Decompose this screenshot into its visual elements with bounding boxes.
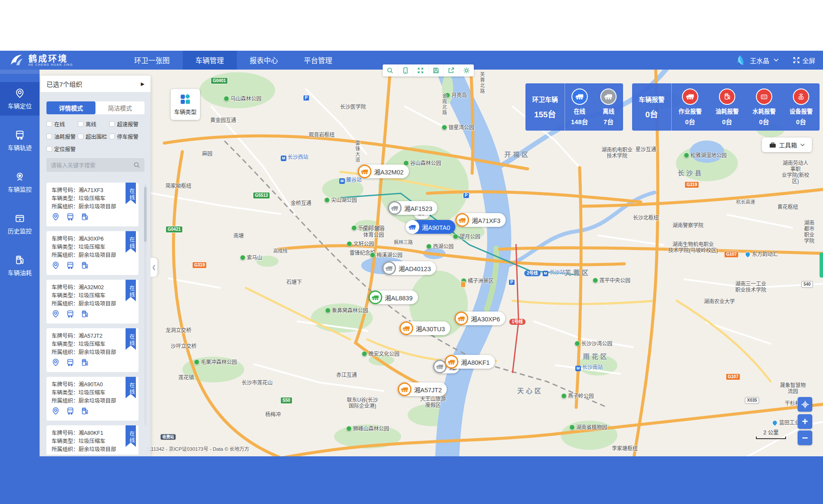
save-icon[interactable] — [429, 64, 444, 76]
expand-icon[interactable] — [413, 64, 429, 76]
fuel-vehicle-icon[interactable] — [81, 310, 89, 318]
vehicle-marker[interactable]: 湘AL8839 — [369, 290, 418, 304]
tab-simple-mode[interactable]: 简洁模式 — [95, 101, 144, 114]
fuel-alarm-stat: 油耗报警 0台 — [709, 83, 746, 131]
vehicle-marker[interactable]: 湘AD40123 — [382, 261, 436, 275]
org-field-label: 所属组织： — [52, 398, 79, 404]
map-place-label: 湖南三一工业 职业技术学院 — [735, 281, 766, 293]
org-expand-icon[interactable]: ▶ — [141, 81, 144, 87]
nav-platform-management[interactable]: 平台管理 — [291, 51, 345, 70]
road-badge: 2号线 — [524, 270, 540, 276]
tab-detail-mode[interactable]: 详情模式 — [46, 101, 95, 114]
nav-sanitation-map[interactable]: 环卫一张图 — [121, 51, 183, 70]
track-vehicle-icon[interactable] — [66, 358, 74, 367]
vehicle-card[interactable]: 车牌号码：湘A32M02 车辆类型：垃圾压缩车 所属组织：厨余垃圾项目部 在线 — [46, 280, 138, 324]
sidebar-item-history-monitor[interactable]: 历史监控 — [0, 207, 40, 241]
map-place-label: 湖南劳动人事职 业学院(新校区) — [782, 160, 809, 184]
track-vehicle-icon[interactable] — [66, 407, 74, 415]
fuel-vehicle-icon[interactable] — [81, 213, 89, 221]
mobile-icon[interactable] — [398, 64, 414, 76]
vehicle-marker[interactable]: 湘A80KF1 — [445, 355, 495, 369]
toolbox-dropdown[interactable]: 工具箱 — [762, 137, 812, 152]
sidebar-item-vehicle-location[interactable]: 车辆定位 — [0, 82, 40, 116]
fleet-title: 环卫车辆 — [532, 95, 558, 104]
road-badge: 1号线 — [509, 319, 525, 325]
panel-collapse-handle[interactable]: ❮ — [150, 258, 157, 277]
map-place-label: 橘子洲景区 — [461, 278, 494, 284]
filter-checkbox[interactable]: 超出围栏 — [78, 132, 109, 141]
map-place-label: 保利·麓谷 体育公园 — [362, 226, 385, 238]
filter-checkbox[interactable]: 离线 — [78, 120, 109, 128]
avatar[interactable] — [734, 55, 746, 66]
zoom-search-icon[interactable] — [383, 64, 398, 76]
export-icon[interactable] — [444, 64, 459, 76]
online-stat: 在线 148台 — [565, 83, 594, 131]
vehicle-card[interactable]: 车牌号码：湘A80KF1 车辆类型：垃圾压缩车 所属组织：厨余垃圾项目部 在线 — [46, 425, 138, 455]
list-scrollbar-thumb[interactable] — [144, 187, 147, 242]
vehicle-card[interactable]: 车牌号码：湘A71XF3 车辆类型：垃圾压缩车 所属组织：厨余垃圾项目部 在线 — [46, 183, 138, 226]
app-subtitle: HE CHENG HUAN JING — [28, 63, 73, 66]
filter-checkbox[interactable]: 定位报警 — [46, 145, 78, 153]
sidebar-item-vehicle-fuel[interactable]: 车辆油耗 — [0, 249, 40, 282]
locate-vehicle-icon[interactable] — [52, 261, 60, 269]
locate-vehicle-icon[interactable] — [52, 407, 60, 415]
checkbox-icon — [109, 121, 115, 127]
vehicle-marker[interactable]: 湘AF1523 — [388, 201, 437, 215]
org-selector[interactable]: 已选7个组织 ▶ — [40, 76, 150, 92]
locate-button[interactable] — [798, 397, 812, 412]
vehicle-card[interactable]: 车牌号码：湘A90TA0 车辆类型：垃圾压缩车 所属组织：厨余垃圾项目部 在线 — [46, 377, 138, 421]
chevron-down-icon[interactable] — [774, 58, 779, 62]
filter-checkbox[interactable]: 在线 — [46, 120, 78, 128]
road-badge: P — [463, 192, 470, 199]
checkbox-icon — [78, 121, 83, 127]
car-location-icon — [15, 88, 25, 98]
search-input[interactable] — [51, 162, 133, 168]
nav-vehicle-management[interactable]: 车辆管理 — [183, 51, 237, 70]
truck-icon — [682, 89, 698, 105]
vehicle-card[interactable]: 车牌号码：湘A30XP6 车辆类型：垃圾压缩车 所属组织：厨余垃圾项目部 在线 — [46, 231, 138, 275]
map-place-label: 麻园 — [202, 151, 212, 157]
vehicle-marker[interactable]: 湘A71XF3 — [455, 213, 506, 227]
filter-checkbox[interactable]: 超速报警 — [109, 120, 150, 128]
zoom-out-button[interactable]: − — [798, 431, 812, 445]
search-icon[interactable] — [133, 162, 140, 168]
nav-report-center[interactable]: 报表中心 — [237, 51, 291, 70]
vehicle-marker[interactable]: 湘A90TA0 — [405, 220, 455, 234]
username[interactable]: 王水晶 — [750, 56, 769, 65]
fuel-vehicle-icon[interactable] — [81, 358, 89, 367]
map-place-label: 简家坳枢纽 — [166, 183, 191, 189]
vehicle-marker[interactable]: 湘A57JT2 — [398, 382, 447, 396]
locate-vehicle-icon[interactable] — [52, 358, 60, 367]
fuel-vehicle-icon[interactable] — [81, 407, 89, 415]
fuel-vehicle-icon[interactable] — [81, 261, 89, 269]
map-place-label: 毛栗冲森林公园 — [194, 359, 237, 365]
vehicle-card[interactable]: 车牌号码：湘A57JT2 车辆类型：垃圾压缩车 所属组织：厨余垃圾项目部 在线 — [46, 328, 138, 372]
plate-field-label: 车牌号码： — [52, 236, 79, 242]
map-place-label: 长沙站 — [543, 269, 565, 276]
app-title: 鹤成环境 — [28, 55, 73, 63]
fleet-stats-panel: 环卫车辆 155台 在线 148台 离线 7台 — [525, 83, 623, 131]
vehicle-marker[interactable]: 湘A32M02 — [358, 165, 409, 178]
track-vehicle-icon[interactable] — [66, 261, 74, 269]
track-vehicle-icon[interactable] — [66, 213, 74, 221]
vehicle-marker[interactable]: 湘A30TU3 — [399, 321, 450, 335]
type-field-label: 车辆类型： — [52, 293, 79, 299]
fullscreen-icon — [792, 56, 800, 64]
vehicle-type-button[interactable]: 车辆类型 — [171, 89, 200, 120]
vehicle-plate-label: 湘A32M02 — [374, 167, 404, 176]
vehicle-marker[interactable]: 湘A30XP6 — [454, 312, 505, 325]
map-place-label: 赤江互通 — [336, 372, 357, 378]
fullscreen-control[interactable]: 全屏 — [792, 56, 815, 65]
locate-vehicle-icon[interactable] — [52, 310, 60, 318]
zoom-in-button[interactable]: + — [798, 414, 812, 429]
track-vehicle-icon[interactable] — [66, 310, 74, 318]
sidebar-item-vehicle-monitor[interactable]: 车辆监控 — [0, 165, 40, 199]
edge-scroll-thumb[interactable] — [820, 253, 823, 278]
org-selector-label: 已选7个组织 — [46, 79, 82, 89]
filter-checkbox[interactable]: 油耗报警 — [46, 132, 78, 141]
settings-icon[interactable] — [459, 64, 474, 76]
locate-vehicle-icon[interactable] — [52, 213, 60, 221]
sidebar-item-vehicle-track[interactable]: 车辆轨迹 — [0, 124, 40, 157]
filter-checkbox[interactable]: 停车报警 — [109, 132, 150, 141]
vehicle-plate-label: 湘AL8839 — [385, 293, 413, 302]
